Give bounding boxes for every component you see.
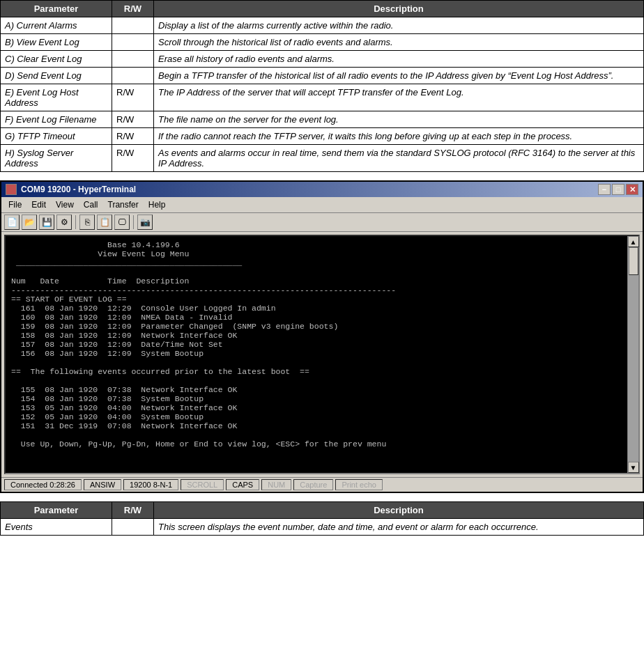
param-cell: Events — [1, 519, 112, 536]
parameter-table-top: Parameter R/W Description A) Current Ala… — [0, 0, 644, 172]
toolbar-props-btn[interactable]: ⚙ — [56, 215, 72, 230]
col-header-description: Description — [154, 1, 644, 17]
toolbar-save-btn[interactable]: 💾 — [39, 215, 54, 230]
toolbar-new-btn[interactable]: 📄 — [4, 215, 20, 230]
desc-cell: The IP Address of the server that will a… — [154, 84, 644, 111]
statusbar: Connected 0:28:26 ANSIW 19200 8-N-1 SCRO… — [1, 477, 643, 492]
desc-cell: Begin a TFTP transfer of the historical … — [154, 68, 644, 84]
terminal-output: Base 10.4.199.6 View Event Log Menu ____… — [6, 236, 627, 473]
toolbar-copy-btn[interactable]: ⎘ — [79, 215, 95, 230]
titlebar: COM9 19200 - HyperTerminal − □ ✕ — [1, 182, 643, 197]
menu-view[interactable]: View — [52, 198, 78, 211]
col-header-rw: R/W — [112, 1, 154, 17]
scroll-up-btn[interactable]: ▲ — [628, 236, 639, 247]
rw-cell — [112, 68, 154, 84]
rw-cell: R/W — [112, 128, 154, 145]
maximize-button[interactable]: □ — [612, 184, 624, 195]
toolbar-sep1 — [75, 215, 76, 229]
menu-file[interactable]: File — [4, 198, 26, 211]
param-cell: H) Syslog Server Address — [1, 145, 112, 172]
desc-cell: Erase all history of radio events and al… — [154, 51, 644, 68]
rw-cell — [112, 17, 154, 34]
table-row: F) Event Log FilenameR/WThe file name on… — [1, 111, 644, 128]
toolbar-paste-btn[interactable]: 📋 — [97, 215, 112, 230]
table-row: D) Send Event LogBegin a TFTP transfer o… — [1, 68, 644, 84]
rw-cell: R/W — [112, 145, 154, 172]
menu-help[interactable]: Help — [144, 198, 170, 211]
scroll-thumb[interactable] — [629, 247, 638, 275]
parameter-table-bottom: Parameter R/W Description EventsThis scr… — [0, 501, 644, 536]
rw-cell: R/W — [112, 84, 154, 111]
status-caps: CAPS — [226, 479, 259, 490]
toolbar-open-btn[interactable]: 📂 — [22, 215, 37, 230]
window-title: COM9 19200 - HyperTerminal — [21, 185, 136, 194]
menu-call[interactable]: Call — [79, 198, 102, 211]
desc-cell: If the radio cannot reach the TFTP serve… — [154, 128, 644, 145]
status-connected: Connected 0:28:26 — [4, 479, 82, 490]
col-header-parameter-b: Parameter — [1, 502, 112, 519]
status-capture: Capture — [293, 479, 333, 490]
menu-transfer[interactable]: Transfer — [104, 198, 143, 211]
param-cell: A) Current Alarms — [1, 17, 112, 34]
terminal-area: Base 10.4.199.6 View Event Log Menu ____… — [4, 235, 640, 474]
param-cell: B) View Event Log — [1, 34, 112, 51]
scrollbar[interactable]: ▲ ▼ — [627, 236, 638, 473]
rw-cell — [112, 519, 154, 536]
table-row: H) Syslog Server AddressR/WAs events and… — [1, 145, 644, 172]
col-header-parameter: Parameter — [1, 1, 112, 17]
rw-cell: R/W — [112, 111, 154, 128]
desc-cell: As events and alarms occur in real time,… — [154, 145, 644, 172]
menubar: File Edit View Call Transfer Help — [1, 197, 643, 213]
desc-cell: This screen displays the event number, d… — [154, 519, 644, 536]
table-row: E) Event Log Host AddressR/WThe IP Addre… — [1, 84, 644, 111]
desc-cell: Scroll through the historical list of ra… — [154, 34, 644, 51]
table-row: B) View Event LogScroll through the hist… — [1, 34, 644, 51]
table-row: A) Current AlarmsDisplay a list of the a… — [1, 17, 644, 34]
window-controls[interactable]: − □ ✕ — [598, 184, 638, 195]
param-cell: F) Event Log Filename — [1, 111, 112, 128]
toolbar-sep2 — [133, 215, 134, 229]
rw-cell — [112, 51, 154, 68]
toolbar: 📄 📂 💾 ⚙ ⎘ 📋 🖵 📷 — [1, 213, 643, 232]
scroll-track[interactable] — [628, 247, 638, 462]
rw-cell — [112, 34, 154, 51]
table-row: EventsThis screen displays the event num… — [1, 519, 644, 536]
status-encoding: ANSIW — [84, 479, 121, 490]
param-cell: C) Clear Event Log — [1, 51, 112, 68]
desc-cell: Display a list of the alarms currently a… — [154, 17, 644, 34]
status-scroll: SCROLL — [181, 479, 224, 490]
toolbar-more-btn[interactable]: 🖵 — [114, 215, 130, 230]
app-icon — [6, 184, 17, 195]
minimize-button[interactable]: − — [598, 184, 611, 195]
col-header-rw-b: R/W — [112, 502, 154, 519]
param-cell: E) Event Log Host Address — [1, 84, 112, 111]
menu-edit[interactable]: Edit — [27, 198, 50, 211]
desc-cell: The file name on the server for the even… — [154, 111, 644, 128]
hyperterminal-window: COM9 19200 - HyperTerminal − □ ✕ File Ed… — [0, 180, 644, 493]
status-baudrate: 19200 8-N-1 — [123, 479, 178, 490]
toolbar-camera-btn[interactable]: 📷 — [137, 215, 153, 230]
col-header-description-b: Description — [154, 502, 644, 519]
table-row: C) Clear Event LogErase all history of r… — [1, 51, 644, 68]
close-button[interactable]: ✕ — [626, 184, 638, 195]
param-cell: D) Send Event Log — [1, 68, 112, 84]
param-cell: G) TFTP Timeout — [1, 128, 112, 145]
scroll-down-btn[interactable]: ▼ — [628, 462, 639, 473]
status-num: NUM — [261, 479, 291, 490]
table-row: G) TFTP TimeoutR/WIf the radio cannot re… — [1, 128, 644, 145]
titlebar-left: COM9 19200 - HyperTerminal — [6, 184, 136, 195]
status-print: Print echo — [335, 479, 383, 490]
